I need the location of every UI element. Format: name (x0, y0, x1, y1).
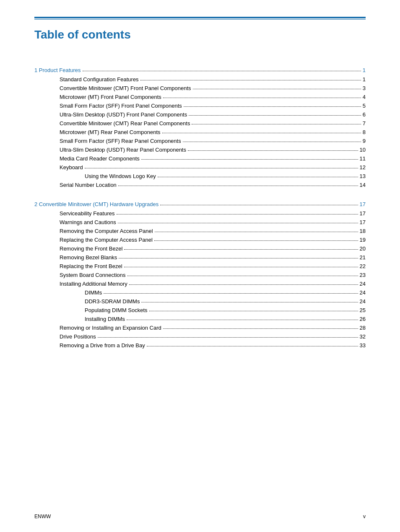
toc-entry: Populating DIMM Sockets 25 (34, 307, 366, 313)
toc-entry-dots (98, 332, 358, 338)
toc-entry-label: Keyboard (60, 164, 83, 170)
toc-entry: Small Form Factor (SFF) Rear Panel Compo… (34, 137, 366, 144)
toc-entry-page: 28 (360, 325, 366, 331)
toc-entry: Standard Configuration Features 1 (34, 76, 366, 83)
toc-entry: System Board Connections 23 (34, 271, 366, 278)
toc-entry-label: Using the Windows Logo Key (85, 173, 156, 179)
toc-entry-dots (147, 341, 358, 346)
toc-entry-page: 1 (363, 76, 366, 83)
toc-entry: Drive Positions 32 (34, 333, 366, 340)
toc-entry-page: 7 (363, 120, 366, 127)
toc-entry-page: 33 (360, 342, 366, 349)
toc-entry-page: 3 (363, 85, 366, 91)
toc-entry-label: Small Form Factor (SFF) Front Panel Comp… (60, 103, 182, 109)
toc-entry-page: 32 (360, 333, 366, 340)
toc-entry-dots (119, 253, 358, 258)
toc-entry-dots (162, 128, 361, 133)
toc-entry-page: 25 (360, 307, 366, 313)
toc-entry: Removing a Drive from a Drive Bay 33 (34, 342, 366, 349)
toc-entry: Warnings and Cautions 17 (34, 219, 366, 225)
toc-entry: Replacing the Computer Access Panel 19 (34, 236, 366, 243)
toc-entry: Ultra-Slim Desktop (USDT) Front Panel Co… (34, 111, 366, 118)
toc-entry-label: Drive Positions (60, 333, 96, 340)
top-border-thick (34, 17, 366, 18)
toc-entry: Ultra-Slim Desktop (USDT) Rear Panel Com… (34, 146, 366, 153)
toc-entry: Replacing the Front Bezel 22 (34, 263, 366, 269)
footer-right: v (363, 514, 366, 519)
toc-entry-page: 9 (363, 138, 366, 144)
toc-chapter-dots-ch2 (160, 200, 358, 205)
toc-entry-label: Warnings and Cautions (60, 219, 116, 225)
toc-chapter-page-ch2: 17 (360, 201, 366, 207)
toc-entry-dots (149, 306, 358, 311)
toc-entry-label: DIMMs (85, 289, 102, 296)
toc-entry-label: Serial Number Location (60, 182, 117, 188)
toc-entry-page: 6 (363, 111, 366, 118)
toc-entry-label: Removing Bezel Blanks (60, 254, 117, 261)
toc-entry-page: 26 (360, 316, 366, 322)
toc-entry-label: Replacing the Computer Access Panel (60, 237, 153, 243)
toc-entry-page: 24 (360, 289, 366, 296)
toc-entry-page: 13 (360, 173, 366, 179)
toc-entry-page: 21 (360, 254, 366, 261)
toc-entry-label: Media Card Reader Components (60, 155, 140, 162)
toc-entry-label: DDR3-SDRAM DIMMs (85, 298, 140, 305)
toc-entry-label: Removing the Front Bezel (60, 245, 122, 252)
toc-entry-label: Microtower (MT) Front Panel Components (60, 94, 161, 100)
toc-entry: Keyboard 12 (34, 164, 366, 170)
toc-chapter-ch1: 1 Product Features 1 (34, 67, 366, 73)
toc-entry-label: Microtower (MT) Rear Panel Components (60, 129, 161, 135)
toc-entry-label: Installing DIMMs (85, 316, 125, 322)
toc-entry-dots (127, 271, 358, 276)
toc-entry-label: Removing a Drive from a Drive Bay (60, 342, 145, 349)
toc-entry-page: 23 (360, 272, 366, 278)
toc-entry-page: 20 (360, 245, 366, 252)
footer-left: ENWW (34, 514, 51, 519)
toc-entry: DDR3-SDRAM DIMMs 24 (34, 298, 366, 305)
toc-entry: DIMMs 24 (34, 289, 366, 296)
toc-entry-label: Ultra-Slim Desktop (USDT) Rear Panel Com… (60, 147, 186, 153)
toc-entry: Small Form Factor (SFF) Front Panel Comp… (34, 102, 366, 109)
toc-entry-dots (118, 218, 358, 223)
toc-entry-dots (192, 119, 361, 124)
toc-entry-page: 18 (360, 228, 366, 234)
toc-entry-label: System Board Connections (60, 272, 126, 278)
toc-entry-dots (129, 279, 358, 285)
toc-entry: Installing DIMMs 26 (34, 315, 366, 322)
toc-entry-label: Serviceability Features (60, 210, 115, 217)
toc-entry-page: 14 (360, 182, 366, 188)
toc-entry-page: 22 (360, 263, 366, 269)
toc-entry-dots (141, 297, 358, 302)
toc-entry: Using the Windows Logo Key 13 (34, 173, 366, 179)
toc-entry-page: 5 (363, 103, 366, 109)
toc-entry-page: 8 (363, 129, 366, 135)
toc-entry-label: Standard Configuration Features (60, 76, 139, 83)
toc-entry-dots (193, 84, 361, 89)
top-border-thin (34, 19, 366, 20)
toc-entry-page: 10 (360, 147, 366, 153)
footer: ENWW v (34, 514, 366, 519)
toc-entry-page: 24 (360, 281, 366, 287)
toc-entry-label: Small Form Factor (SFF) Rear Panel Compo… (60, 138, 181, 144)
toc-entry-dots (154, 235, 358, 241)
toc-entry: Installing Additional Memory 24 (34, 280, 366, 287)
toc-entry-label: Removing or Installing an Expansion Card (60, 325, 161, 331)
toc-entry-page: 4 (363, 94, 366, 100)
toc-entry-dots (85, 163, 358, 168)
toc-entry-label: Convertible Minitower (CMT) Front Panel … (60, 85, 191, 91)
toc-entry-dots (158, 172, 358, 177)
toc-section-ch1: 1 Product Features 1Standard Configurati… (34, 67, 366, 188)
toc-entry-dots (124, 244, 358, 250)
toc-entry-label: Convertible Minitower (CMT) Rear Panel C… (60, 120, 190, 127)
toc-entry-dots (141, 154, 358, 160)
toc-entry: Serial Number Location 14 (34, 181, 366, 188)
toc-entry-dots (140, 75, 361, 80)
toc-entry-page: 17 (360, 219, 366, 225)
toc-entry: Microtower (MT) Rear Panel Components 8 (34, 129, 366, 135)
toc-entry-dots (124, 262, 358, 267)
toc-entry-page: 12 (360, 164, 366, 170)
toc-entry-page: 17 (360, 210, 366, 217)
toc-entry: Removing or Installing an Expansion Card… (34, 324, 366, 331)
toc-entry-label: Replacing the Front Bezel (60, 263, 122, 269)
toc-entry-dots (163, 323, 358, 329)
